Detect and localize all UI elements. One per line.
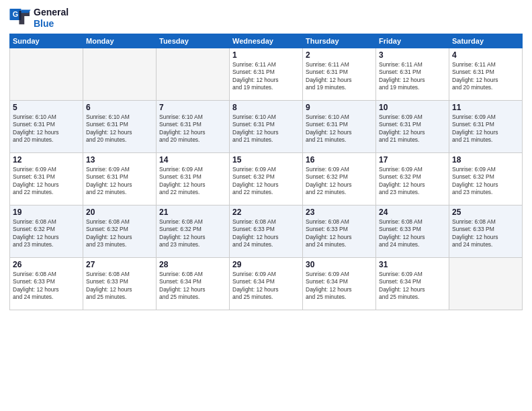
day-info: Sunrise: 6:09 AM Sunset: 6:32 PM Dayligh… — [452, 166, 519, 197]
day-number: 31 — [379, 260, 446, 269]
day-number: 15 — [232, 155, 300, 165]
calendar-day-4: 4Sunrise: 6:11 AM Sunset: 6:31 PM Daylig… — [449, 48, 523, 100]
calendar-day-31: 31Sunrise: 6:09 AM Sunset: 6:34 PM Dayli… — [376, 257, 449, 310]
weekday-header-tuesday: Tuesday — [157, 34, 230, 48]
calendar-day-29: 29Sunrise: 6:09 AM Sunset: 6:34 PM Dayli… — [230, 257, 303, 310]
day-number: 24 — [379, 208, 446, 217]
day-info: Sunrise: 6:09 AM Sunset: 6:31 PM Dayligh… — [452, 113, 519, 144]
day-info: Sunrise: 6:11 AM Sunset: 6:31 PM Dayligh… — [452, 61, 519, 92]
calendar-day-5: 5Sunrise: 6:10 AM Sunset: 6:31 PM Daylig… — [10, 100, 83, 152]
calendar-day-20: 20Sunrise: 6:08 AM Sunset: 6:32 PM Dayli… — [83, 205, 157, 257]
calendar-day-11: 11Sunrise: 6:09 AM Sunset: 6:31 PM Dayli… — [449, 100, 523, 152]
weekday-header-friday: Friday — [376, 34, 449, 48]
calendar-day-1: 1Sunrise: 6:11 AM Sunset: 6:31 PM Daylig… — [230, 48, 303, 100]
day-number: 10 — [379, 103, 446, 112]
day-info: Sunrise: 6:08 AM Sunset: 6:33 PM Dayligh… — [13, 271, 80, 302]
day-number: 27 — [86, 260, 153, 269]
logo: G General Blue — [9, 7, 69, 30]
day-number: 30 — [306, 260, 373, 269]
calendar-day-8: 8Sunrise: 6:10 AM Sunset: 6:31 PM Daylig… — [230, 100, 303, 152]
day-info: Sunrise: 6:09 AM Sunset: 6:32 PM Dayligh… — [232, 166, 300, 197]
calendar-day-19: 19Sunrise: 6:08 AM Sunset: 6:32 PM Dayli… — [10, 205, 83, 257]
day-number: 18 — [452, 155, 519, 165]
calendar-week-row: 19Sunrise: 6:08 AM Sunset: 6:32 PM Dayli… — [10, 205, 523, 257]
day-number: 1 — [232, 50, 300, 60]
calendar-day-16: 16Sunrise: 6:09 AM Sunset: 6:32 PM Dayli… — [303, 152, 376, 205]
logo-icon: G — [9, 9, 31, 28]
day-info: Sunrise: 6:09 AM Sunset: 6:34 PM Dayligh… — [306, 271, 373, 302]
day-info: Sunrise: 6:09 AM Sunset: 6:31 PM Dayligh… — [86, 166, 153, 197]
day-info: Sunrise: 6:10 AM Sunset: 6:31 PM Dayligh… — [86, 113, 153, 144]
calendar-day-30: 30Sunrise: 6:09 AM Sunset: 6:34 PM Dayli… — [303, 257, 376, 310]
calendar-day-14: 14Sunrise: 6:09 AM Sunset: 6:31 PM Dayli… — [157, 152, 230, 205]
day-number: 7 — [159, 103, 226, 112]
day-info: Sunrise: 6:08 AM Sunset: 6:33 PM Dayligh… — [86, 271, 153, 302]
calendar-day-24: 24Sunrise: 6:08 AM Sunset: 6:33 PM Dayli… — [376, 205, 449, 257]
day-info: Sunrise: 6:11 AM Sunset: 6:31 PM Dayligh… — [232, 61, 300, 92]
calendar-table: SundayMondayTuesdayWednesdayThursdayFrid… — [9, 34, 523, 310]
day-info: Sunrise: 6:11 AM Sunset: 6:31 PM Dayligh… — [306, 61, 373, 92]
day-number: 13 — [86, 155, 153, 165]
day-number: 11 — [452, 103, 519, 112]
day-number: 6 — [86, 103, 153, 112]
calendar-empty-cell — [10, 48, 83, 100]
day-info: Sunrise: 6:09 AM Sunset: 6:32 PM Dayligh… — [379, 166, 446, 197]
day-info: Sunrise: 6:08 AM Sunset: 6:33 PM Dayligh… — [232, 218, 300, 249]
calendar-week-row: 1Sunrise: 6:11 AM Sunset: 6:31 PM Daylig… — [10, 48, 523, 100]
day-number: 28 — [159, 260, 226, 269]
weekday-header-sunday: Sunday — [10, 34, 83, 48]
day-info: Sunrise: 6:08 AM Sunset: 6:32 PM Dayligh… — [13, 218, 80, 249]
calendar-week-row: 12Sunrise: 6:09 AM Sunset: 6:31 PM Dayli… — [10, 152, 523, 205]
day-number: 17 — [379, 155, 446, 165]
day-info: Sunrise: 6:09 AM Sunset: 6:34 PM Dayligh… — [379, 271, 446, 302]
day-number: 4 — [452, 50, 519, 60]
day-info: Sunrise: 6:11 AM Sunset: 6:31 PM Dayligh… — [379, 61, 446, 92]
day-number: 23 — [306, 208, 373, 217]
calendar-day-17: 17Sunrise: 6:09 AM Sunset: 6:32 PM Dayli… — [376, 152, 449, 205]
calendar-day-15: 15Sunrise: 6:09 AM Sunset: 6:32 PM Dayli… — [230, 152, 303, 205]
day-number: 22 — [232, 208, 300, 217]
svg-text:G: G — [13, 10, 18, 18]
day-info: Sunrise: 6:10 AM Sunset: 6:31 PM Dayligh… — [159, 113, 226, 144]
day-number: 14 — [159, 155, 226, 165]
weekday-header-thursday: Thursday — [303, 34, 376, 48]
day-number: 25 — [452, 208, 519, 217]
header: G General Blue — [9, 7, 523, 30]
calendar-page: G General Blue SundayMondayTuesdayWednes… — [0, 0, 532, 411]
weekday-header-wednesday: Wednesday — [230, 34, 303, 48]
calendar-day-28: 28Sunrise: 6:08 AM Sunset: 6:34 PM Dayli… — [157, 257, 230, 310]
calendar-day-9: 9Sunrise: 6:10 AM Sunset: 6:31 PM Daylig… — [303, 100, 376, 152]
calendar-empty-cell — [83, 48, 157, 100]
logo-text: General Blue — [34, 7, 69, 30]
day-info: Sunrise: 6:08 AM Sunset: 6:32 PM Dayligh… — [86, 218, 153, 249]
calendar-day-6: 6Sunrise: 6:10 AM Sunset: 6:31 PM Daylig… — [83, 100, 157, 152]
day-number: 12 — [13, 155, 80, 165]
calendar-day-22: 22Sunrise: 6:08 AM Sunset: 6:33 PM Dayli… — [230, 205, 303, 257]
day-info: Sunrise: 6:09 AM Sunset: 6:31 PM Dayligh… — [159, 166, 226, 197]
calendar-week-row: 5Sunrise: 6:10 AM Sunset: 6:31 PM Daylig… — [10, 100, 523, 152]
day-info: Sunrise: 6:08 AM Sunset: 6:33 PM Dayligh… — [379, 218, 446, 249]
day-info: Sunrise: 6:09 AM Sunset: 6:34 PM Dayligh… — [232, 271, 300, 302]
calendar-day-3: 3Sunrise: 6:11 AM Sunset: 6:31 PM Daylig… — [376, 48, 449, 100]
day-number: 5 — [13, 103, 80, 112]
calendar-day-7: 7Sunrise: 6:10 AM Sunset: 6:31 PM Daylig… — [157, 100, 230, 152]
calendar-empty-cell — [449, 257, 523, 310]
weekday-header-monday: Monday — [83, 34, 157, 48]
day-number: 21 — [159, 208, 226, 217]
day-number: 26 — [13, 260, 80, 269]
calendar-day-13: 13Sunrise: 6:09 AM Sunset: 6:31 PM Dayli… — [83, 152, 157, 205]
day-info: Sunrise: 6:10 AM Sunset: 6:31 PM Dayligh… — [232, 113, 300, 144]
day-info: Sunrise: 6:10 AM Sunset: 6:31 PM Dayligh… — [306, 113, 373, 144]
day-number: 3 — [379, 50, 446, 60]
day-number: 8 — [232, 103, 300, 112]
day-number: 19 — [13, 208, 80, 217]
day-number: 9 — [306, 103, 373, 112]
day-info: Sunrise: 6:10 AM Sunset: 6:31 PM Dayligh… — [13, 113, 80, 144]
day-number: 20 — [86, 208, 153, 217]
calendar-day-21: 21Sunrise: 6:08 AM Sunset: 6:32 PM Dayli… — [157, 205, 230, 257]
day-info: Sunrise: 6:08 AM Sunset: 6:32 PM Dayligh… — [159, 218, 226, 249]
day-info: Sunrise: 6:08 AM Sunset: 6:34 PM Dayligh… — [159, 271, 226, 302]
calendar-day-2: 2Sunrise: 6:11 AM Sunset: 6:31 PM Daylig… — [303, 48, 376, 100]
day-number: 16 — [306, 155, 373, 165]
calendar-day-26: 26Sunrise: 6:08 AM Sunset: 6:33 PM Dayli… — [10, 257, 83, 310]
